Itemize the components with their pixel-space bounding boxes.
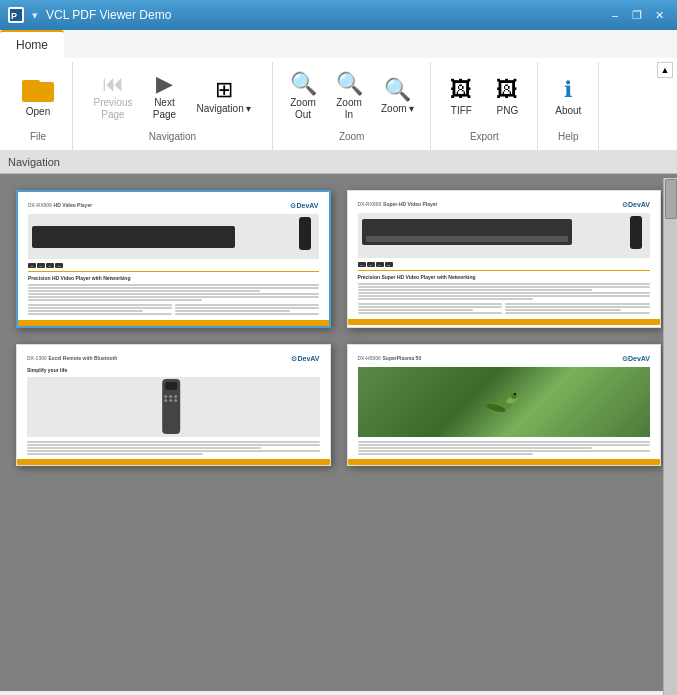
next-page-label: NextPage — [153, 97, 176, 121]
ribbon-group-file: Open File — [4, 62, 73, 150]
folder-icon — [22, 76, 54, 102]
ribbon-collapse-button[interactable]: ▲ — [657, 62, 673, 78]
text-line — [28, 284, 319, 286]
badge2-net: wifi — [385, 262, 393, 267]
text-line — [358, 306, 503, 308]
zoom-in-icon: 🔍 — [336, 73, 363, 95]
badge2-usb: BL — [376, 262, 384, 267]
prev-page-label: PreviousPage — [94, 97, 133, 121]
zoom-group-label: Zoom — [339, 128, 365, 146]
hummingbird-img — [358, 367, 651, 437]
quick-access: ▾ — [32, 9, 38, 22]
pdf-page-1-model: DX-RX809 HD Video Player — [28, 202, 92, 208]
text-line — [358, 441, 651, 443]
status-bar: Navigation — [0, 150, 677, 174]
tiff-button[interactable]: 🖼 TIFF — [439, 66, 483, 128]
minimize-button[interactable]: – — [605, 5, 625, 25]
svg-text:P: P — [11, 11, 17, 21]
pdf-content-area[interactable]: DX-RX809 HD Video Player ⊙DevAV 3D HD BL… — [0, 174, 677, 691]
text-line — [27, 447, 261, 449]
svg-point-6 — [514, 393, 516, 395]
pdf-page-3-model: DX-1300 Excel Remote with Bluetooth — [27, 355, 117, 361]
zoom-button[interactable]: 🔍 Zoom ▾ — [373, 66, 422, 128]
png-button[interactable]: 🖼 PNG — [485, 66, 529, 128]
svg-point-4 — [511, 393, 517, 399]
text-line — [358, 289, 592, 291]
pdf-page-4[interactable]: DX-H5000 SuperPlasma 50 ⊙DevAV — [347, 344, 662, 466]
device-remote-img — [299, 217, 311, 250]
navigation-button[interactable]: ⊞ Navigation ▾ — [188, 66, 259, 128]
pdf-page-2-icons: 3D HD BL wifi — [358, 262, 651, 267]
help-group-label: Help — [558, 128, 579, 146]
window-controls: – ❐ ✕ — [605, 5, 669, 25]
pdf-page-4-model: DX-H5000 SuperPlasma 50 — [358, 355, 422, 361]
about-icon: ℹ — [564, 77, 572, 103]
close-button[interactable]: ✕ — [649, 5, 669, 25]
pdf-page-2-cols — [358, 303, 651, 315]
text-line — [28, 313, 172, 315]
text-line — [358, 286, 651, 288]
pdf-page-2-body — [358, 283, 651, 300]
ribbon-group-help: ℹ About Help — [538, 62, 599, 150]
pdf-page-2-header: DX-RX800 Super-HD Video Player ⊙DevAV — [358, 201, 651, 209]
zoom-in-label: ZoomIn — [336, 97, 362, 121]
badge2-hdmi: 3D — [358, 262, 366, 267]
pdf-page-2-logo: ⊙DevAV — [622, 201, 650, 209]
scrollbar-track[interactable] — [663, 178, 677, 695]
title-bar: P ▾ VCL PDF Viewer Demo – ❐ ✕ — [0, 0, 677, 30]
tiff-label: TIFF — [451, 105, 472, 117]
png-label: PNG — [497, 105, 519, 117]
text-line — [358, 447, 592, 449]
zoom-out-button[interactable]: 🔍 ZoomOut — [281, 66, 325, 128]
col-right — [175, 304, 319, 316]
pdf-page-1[interactable]: DX-RX809 HD Video Player ⊙DevAV 3D HD BL… — [16, 190, 331, 328]
tab-home[interactable]: Home — [0, 30, 64, 58]
text-line — [28, 304, 172, 306]
text-line — [175, 304, 319, 306]
pdf-page-2[interactable]: DX-RX800 Super-HD Video Player ⊙DevAV 3D… — [347, 190, 662, 328]
text-line — [175, 313, 319, 315]
text-line — [28, 293, 319, 295]
text-line — [505, 309, 621, 311]
col-right — [505, 303, 650, 315]
text-line — [175, 310, 290, 312]
badge2-hd: HD — [367, 262, 375, 267]
zoom-icon: 🔍 — [384, 79, 411, 101]
text-line — [28, 296, 319, 298]
pdf-page-1-logo: ⊙DevAV — [290, 202, 318, 210]
badge-net: wifi — [55, 263, 63, 268]
navigation-label: Navigation ▾ — [196, 103, 251, 115]
prev-page-button[interactable]: ⏮ PreviousPage — [86, 66, 141, 128]
pdf-page-3[interactable]: DX-1300 Excel Remote with Bluetooth ⊙Dev… — [16, 344, 331, 466]
text-line — [358, 303, 503, 305]
nav-group-items: ⏮ PreviousPage ▶ NextPage ⊞ Navigation ▾ — [86, 66, 260, 128]
zoom-in-button[interactable]: 🔍 ZoomIn — [327, 66, 371, 128]
text-line — [28, 310, 143, 312]
about-label: About — [555, 105, 581, 117]
window-title: VCL PDF Viewer Demo — [46, 8, 171, 22]
title-bar-left: P ▾ VCL PDF Viewer Demo — [8, 7, 171, 23]
pdf-page-3-header: DX-1300 Excel Remote with Bluetooth ⊙Dev… — [27, 355, 320, 363]
text-line — [358, 312, 503, 314]
badge-usb: BL — [46, 263, 54, 268]
zoom-group-items: 🔍 ZoomOut 🔍 ZoomIn 🔍 Zoom ▾ — [281, 66, 422, 128]
pdf-page-2-device — [358, 213, 651, 258]
ribbon-group-zoom: 🔍 ZoomOut 🔍 ZoomIn 🔍 Zoom ▾ Zoom — [273, 62, 431, 150]
export-group-items: 🖼 TIFF 🖼 PNG — [439, 66, 529, 128]
ribbon-group-navigation: ⏮ PreviousPage ▶ NextPage ⊞ Navigation ▾… — [73, 62, 273, 150]
text-line — [358, 450, 651, 452]
scrollbar-thumb[interactable] — [665, 179, 677, 219]
pdf-page-3-body — [27, 441, 320, 455]
about-button[interactable]: ℹ About — [546, 66, 590, 128]
text-line — [27, 450, 320, 452]
device-remote3-img — [162, 379, 180, 434]
prev-page-icon: ⏮ — [102, 73, 124, 95]
open-button[interactable]: Open — [12, 70, 64, 124]
pdf-page-3-device — [27, 377, 320, 437]
text-line — [505, 303, 650, 305]
pdf-page-3-logo: ⊙DevAV — [291, 355, 319, 363]
next-page-button[interactable]: ▶ NextPage — [142, 66, 186, 128]
restore-button[interactable]: ❐ — [627, 5, 647, 25]
navigation-group-label: Navigation — [149, 128, 196, 146]
device-player-img — [32, 226, 235, 248]
